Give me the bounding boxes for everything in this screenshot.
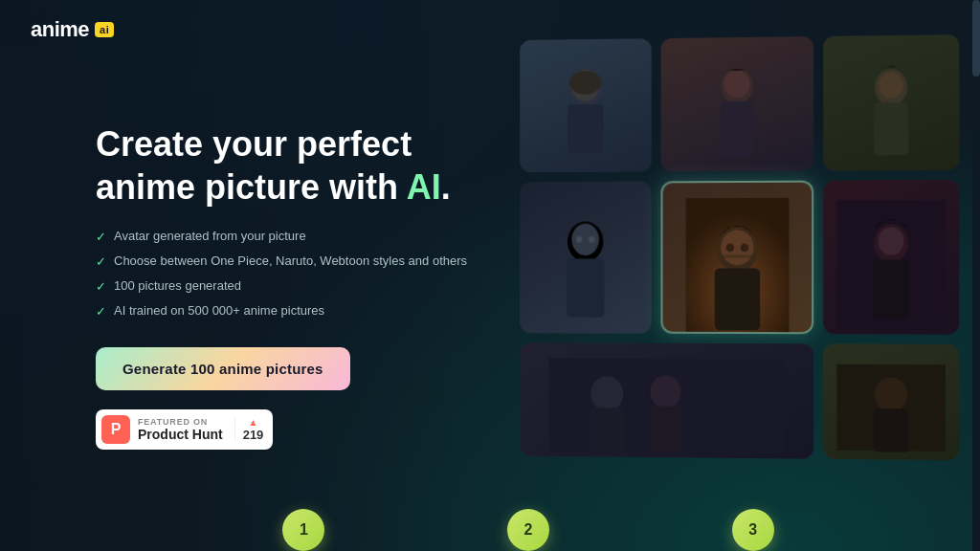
page-container: anime ai Create your perfect anime pictu… bbox=[0, 0, 980, 551]
ph-name: Product Hunt bbox=[138, 427, 223, 442]
step-circle-3: 3 bbox=[732, 509, 774, 551]
svg-point-25 bbox=[878, 227, 903, 254]
svg-rect-28 bbox=[590, 408, 625, 452]
svg-point-12 bbox=[571, 224, 599, 255]
svg-rect-11 bbox=[567, 258, 605, 317]
svg-rect-33 bbox=[874, 408, 908, 452]
svg-point-20 bbox=[740, 243, 748, 252]
check-icon-2: ✓ bbox=[96, 253, 106, 271]
anime-card-2 bbox=[661, 36, 814, 171]
char-silhouette-8 bbox=[823, 343, 959, 460]
svg-point-14 bbox=[589, 236, 595, 243]
svg-point-29 bbox=[651, 375, 681, 408]
char-svg-1 bbox=[533, 52, 638, 172]
svg-point-13 bbox=[576, 236, 583, 243]
ph-votes: ▲ 219 bbox=[234, 417, 264, 442]
check-icon-3: ✓ bbox=[96, 278, 106, 296]
feature-item-2: ✓ Choose between One Piece, Naruto, Webt… bbox=[96, 253, 498, 271]
logo-ai-badge: ai bbox=[95, 22, 114, 37]
svg-rect-21 bbox=[722, 254, 752, 257]
svg-rect-17 bbox=[714, 268, 759, 330]
anime-card-7 bbox=[520, 342, 813, 459]
char-silhouette-3 bbox=[823, 34, 959, 170]
svg-rect-5 bbox=[721, 100, 753, 156]
check-icon-1: ✓ bbox=[96, 229, 106, 246]
char-svg-featured bbox=[678, 197, 797, 332]
hero-title-line2: anime picture with AI. bbox=[96, 167, 451, 207]
char-silhouette-7 bbox=[520, 342, 813, 459]
anime-card-8 bbox=[823, 343, 959, 460]
product-hunt-logo: P bbox=[101, 415, 130, 444]
feature-item-3: ✓ 100 pictures generated bbox=[96, 277, 498, 296]
logo[interactable]: anime ai bbox=[31, 17, 114, 42]
anime-grid-container bbox=[520, 34, 970, 509]
svg-point-6 bbox=[724, 70, 749, 99]
product-hunt-text: FEATURED ON Product Hunt bbox=[138, 417, 223, 442]
svg-point-18 bbox=[721, 230, 753, 265]
check-icon-4: ✓ bbox=[96, 303, 106, 320]
bottom-steps: 1 2 3 bbox=[0, 509, 980, 551]
svg-rect-8 bbox=[874, 102, 908, 155]
anime-card-1 bbox=[520, 38, 651, 172]
anime-card-4 bbox=[520, 181, 651, 333]
char-svg-2 bbox=[676, 50, 798, 171]
char-silhouette-1 bbox=[520, 38, 651, 172]
char-silhouette-4 bbox=[520, 181, 651, 333]
char-svg-4 bbox=[533, 196, 638, 333]
svg-rect-1 bbox=[568, 104, 603, 154]
feature-item-4: ✓ AI trained on 500 000+ anime pictures bbox=[96, 302, 498, 320]
ph-vote-count: 219 bbox=[243, 428, 264, 442]
char-silhouette-2 bbox=[661, 36, 814, 171]
char-svg-7 bbox=[548, 354, 784, 458]
hero-title: Create your perfect anime picture with A… bbox=[96, 122, 498, 209]
char-svg-8 bbox=[836, 355, 946, 460]
char-silhouette-6 bbox=[823, 180, 959, 335]
hero-left: Create your perfect anime picture with A… bbox=[96, 122, 498, 451]
svg-rect-24 bbox=[873, 259, 910, 319]
product-hunt-badge[interactable]: P FEATURED ON Product Hunt ▲ 219 bbox=[96, 409, 273, 450]
svg-point-32 bbox=[875, 377, 907, 411]
logo-text: anime bbox=[31, 17, 89, 42]
main-content: Create your perfect anime picture with A… bbox=[0, 59, 980, 551]
svg-point-27 bbox=[590, 376, 623, 411]
ph-upvote-arrow: ▲ bbox=[249, 417, 258, 428]
ai-highlight: AI bbox=[407, 167, 441, 207]
generate-button[interactable]: Generate 100 anime pictures bbox=[96, 347, 350, 390]
svg-point-9 bbox=[879, 72, 903, 99]
step-circle-1: 1 bbox=[282, 509, 324, 551]
ph-featured-label: FEATURED ON bbox=[138, 417, 223, 427]
hero-title-line1: Create your perfect bbox=[96, 124, 412, 164]
step-circle-2: 2 bbox=[507, 509, 549, 551]
anime-card-6 bbox=[823, 180, 959, 335]
features-list: ✓ Avatar generated from your picture ✓ C… bbox=[96, 228, 498, 321]
anime-card-featured bbox=[661, 181, 814, 335]
anime-card-3 bbox=[823, 34, 959, 170]
char-svg-6 bbox=[836, 195, 946, 335]
char-silhouette-featured bbox=[662, 183, 812, 333]
char-svg-3 bbox=[836, 48, 946, 170]
feature-item-1: ✓ Avatar generated from your picture bbox=[96, 228, 498, 246]
hero-image-grid bbox=[498, 66, 949, 506]
svg-point-19 bbox=[725, 243, 734, 252]
svg-rect-30 bbox=[649, 406, 681, 453]
